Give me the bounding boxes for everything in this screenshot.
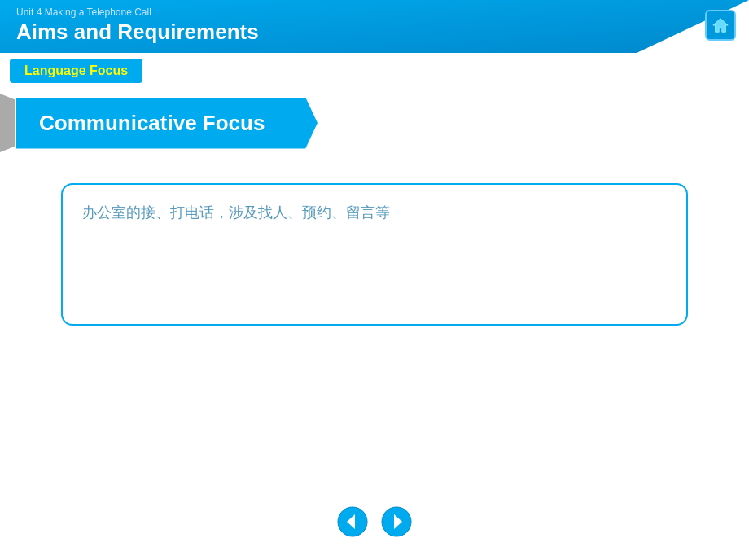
comm-focus-label: Communicative Focus xyxy=(39,111,265,135)
header: Unit 4 Making a Telephone Call Aims and … xyxy=(0,0,749,53)
home-icon xyxy=(712,16,729,34)
comm-focus-tab-decoration xyxy=(0,94,15,152)
comm-focus-wrapper: Communicative Focus xyxy=(0,94,318,152)
language-focus-tab: Language Focus xyxy=(10,59,142,83)
prev-button[interactable] xyxy=(337,506,368,537)
home-button[interactable] xyxy=(705,10,736,41)
comm-focus-banner: Communicative Focus xyxy=(16,98,318,149)
content-text: 办公室的接、打电话，涉及找人、预约、留言等 xyxy=(82,201,667,225)
content-box: 办公室的接、打电话，涉及找人、预约、留言等 xyxy=(61,183,688,326)
svg-marker-0 xyxy=(713,19,728,33)
prev-icon xyxy=(337,506,368,537)
nav-buttons xyxy=(337,506,412,537)
language-focus-label: Language Focus xyxy=(24,63,128,77)
header-subtitle: Unit 4 Making a Telephone Call xyxy=(16,7,733,18)
next-button[interactable] xyxy=(381,506,412,537)
next-icon xyxy=(381,506,412,537)
header-title: Aims and Requirements xyxy=(16,20,733,45)
